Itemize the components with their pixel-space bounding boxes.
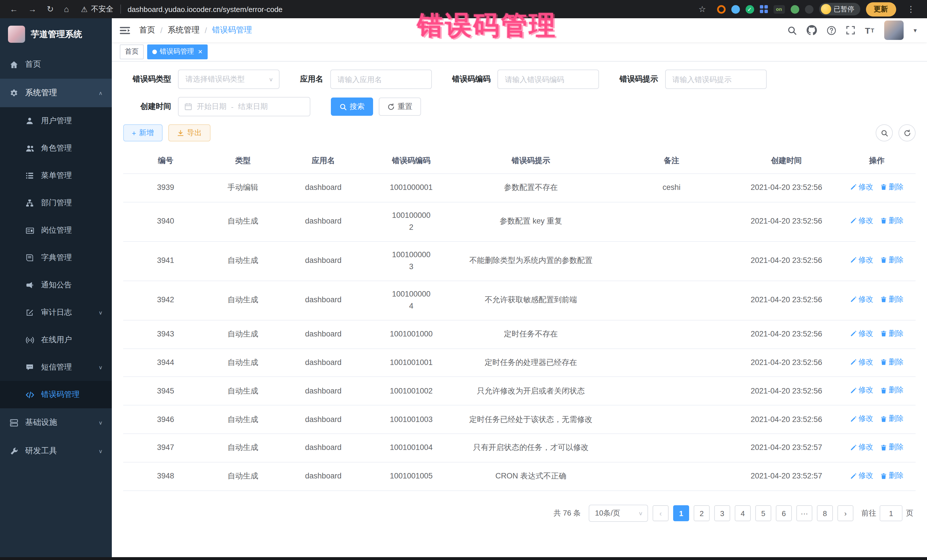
page-button-4[interactable]: 4 <box>735 505 751 522</box>
error-type-select[interactable]: 请选择错误码类型 ∨ <box>178 70 280 89</box>
cell-actions: 修改删除 <box>838 174 916 202</box>
export-button[interactable]: 导出 <box>168 124 210 141</box>
edit-button[interactable]: 修改 <box>850 294 873 305</box>
edit-button[interactable]: 修改 <box>850 328 873 339</box>
close-icon[interactable]: × <box>198 48 202 55</box>
app-title: 芋道管理系统 <box>31 29 82 39</box>
extension-icon[interactable] <box>805 5 813 14</box>
next-page-button[interactable]: › <box>837 505 853 522</box>
app-name-input[interactable] <box>330 70 432 89</box>
github-icon[interactable] <box>807 25 817 35</box>
page-button-5[interactable]: 5 <box>755 505 771 522</box>
cell-created: 2021-04-20 23:52:56 <box>735 348 838 377</box>
pencil-icon <box>850 387 857 394</box>
update-button[interactable]: 更新 <box>866 2 896 16</box>
add-button[interactable]: + 新增 <box>123 124 162 141</box>
edit-button[interactable]: 修改 <box>850 181 873 193</box>
page-button-8[interactable]: 8 <box>817 505 833 522</box>
sidebar-item-audit-log[interactable]: 审计日志∨ <box>0 299 112 326</box>
delete-button[interactable]: 删除 <box>880 294 904 305</box>
font-size-icon[interactable]: TT <box>865 25 875 35</box>
menu-dots-icon[interactable]: ⋮ <box>902 0 920 18</box>
page-button-1[interactable]: 1 <box>673 505 689 522</box>
date-range-picker[interactable]: 开始日期 - 结束日期 <box>178 97 310 116</box>
tag-首页[interactable]: 首页 <box>120 44 144 59</box>
cell-type: 自动生成 <box>208 202 278 241</box>
online-icon <box>25 335 34 344</box>
edit-button[interactable]: 修改 <box>850 356 873 367</box>
sidebar-item-notice[interactable]: 通知公告 <box>0 272 112 299</box>
edit-button[interactable]: 修改 <box>850 442 873 453</box>
edit-button[interactable]: 修改 <box>850 413 873 425</box>
delete-button[interactable]: 删除 <box>880 181 904 193</box>
profile-paused-badge[interactable]: 已暂停 <box>819 3 860 15</box>
delete-button[interactable]: 删除 <box>880 255 904 266</box>
user-avatar[interactable] <box>884 21 904 40</box>
sidebar-item-system[interactable]: 系统管理∧ <box>0 79 112 107</box>
extension-icon[interactable] <box>760 5 767 13</box>
sidebar-item-sms[interactable]: 短信管理∨ <box>0 354 112 381</box>
sidebar-item-dept[interactable]: 部门管理 <box>0 189 112 217</box>
fullscreen-icon[interactable] <box>846 26 855 35</box>
infra-icon <box>9 418 18 427</box>
breadcrumb-home[interactable]: 首页 <box>139 25 155 35</box>
error-code-input[interactable] <box>497 70 599 89</box>
delete-button[interactable]: 删除 <box>880 442 904 453</box>
sidebar-item-error-code[interactable]: 错误码管理 <box>0 381 112 408</box>
delete-button[interactable]: 删除 <box>880 385 904 396</box>
sidebar-item-online-user[interactable]: 在线用户 <box>0 326 112 354</box>
extension-icon[interactable]: ✓ <box>745 5 754 14</box>
delete-button[interactable]: 删除 <box>880 413 904 425</box>
extension-icon[interactable] <box>790 5 799 14</box>
goto-page-input[interactable] <box>880 505 903 522</box>
toggle-search-button[interactable] <box>876 124 893 141</box>
sidebar-item-role[interactable]: 角色管理 <box>0 135 112 162</box>
trash-icon <box>880 330 887 337</box>
app-name-label: 应用名 <box>300 74 323 84</box>
hamburger-icon[interactable] <box>120 26 130 35</box>
breadcrumb-system[interactable]: 系统管理 <box>168 25 200 35</box>
sidebar-item-menu[interactable]: 菜单管理 <box>0 162 112 189</box>
sidebar-item-infra[interactable]: 基础设施∨ <box>0 408 112 437</box>
help-icon[interactable] <box>827 25 836 35</box>
security-indicator[interactable]: ⚠ 不安全 <box>81 4 113 14</box>
chevron-down-icon[interactable]: ▾ <box>913 27 917 34</box>
sidebar-item-dev-tools[interactable]: 研发工具∨ <box>0 437 112 465</box>
back-icon[interactable]: ← <box>5 0 23 18</box>
tag-错误码管理[interactable]: 错误码管理× <box>147 44 207 59</box>
sidebar-item-dict[interactable]: 字典管理 <box>0 244 112 272</box>
url-text[interactable]: dashboard.yudao.iocoder.cn/system/error-… <box>128 5 283 14</box>
page-size-select[interactable]: 10条/页 ∨ <box>589 505 648 522</box>
bookmark-star-icon[interactable]: ☆ <box>693 0 711 18</box>
sidebar-item-user[interactable]: 用户管理 <box>0 107 112 135</box>
delete-button[interactable]: 删除 <box>880 328 904 339</box>
sidebar-item-post[interactable]: 岗位管理 <box>0 217 112 244</box>
extension-icon[interactable] <box>717 5 725 14</box>
extension-icon[interactable] <box>731 5 740 14</box>
delete-button[interactable]: 删除 <box>880 356 904 367</box>
page-button-2[interactable]: 2 <box>694 505 710 522</box>
error-msg-input[interactable] <box>665 70 766 89</box>
app-logo[interactable]: 芋道管理系统 <box>0 18 112 50</box>
search-icon[interactable] <box>787 25 797 35</box>
delete-button[interactable]: 删除 <box>880 470 904 482</box>
forward-icon[interactable]: → <box>23 0 42 18</box>
sidebar-item-home[interactable]: 首页 <box>0 50 112 79</box>
search-button[interactable]: 搜索 <box>331 97 373 116</box>
reset-button[interactable]: 重置 <box>379 97 421 116</box>
more-pages-button[interactable]: ··· <box>796 505 812 522</box>
edit-button[interactable]: 修改 <box>850 215 873 227</box>
reload-icon[interactable]: ↻ <box>42 0 59 18</box>
edit-button[interactable]: 修改 <box>850 385 873 396</box>
edit-button[interactable]: 修改 <box>850 470 873 482</box>
extension-icon[interactable]: on <box>773 5 785 14</box>
edit-button[interactable]: 修改 <box>850 255 873 266</box>
delete-button[interactable]: 删除 <box>880 215 904 227</box>
cell-id: 3940 <box>123 202 208 241</box>
users-icon <box>25 144 34 153</box>
browser-home-icon[interactable]: ⌂ <box>59 0 74 18</box>
page-button-3[interactable]: 3 <box>714 505 730 522</box>
page-button-6[interactable]: 6 <box>776 505 792 522</box>
prev-page-button[interactable]: ‹ <box>653 505 669 522</box>
refresh-table-button[interactable] <box>898 124 916 141</box>
